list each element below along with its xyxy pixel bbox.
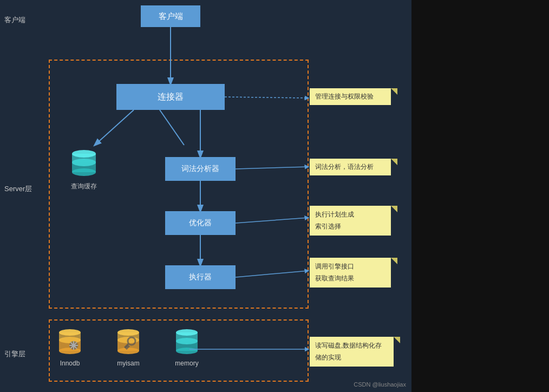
query-cache: 查询缓存 — [68, 146, 100, 191]
svg-point-4 — [72, 150, 96, 158]
engine-myisam: myisam — [113, 325, 144, 367]
right-panel — [411, 0, 549, 392]
engine-layer-label: 引擎层 — [4, 349, 25, 359]
memory-icon — [171, 325, 202, 356]
innodb-icon — [54, 325, 86, 356]
optimizer-box: 优化器 — [165, 211, 236, 235]
query-cache-label: 查询缓存 — [71, 182, 97, 191]
main-diagram: 客户端 Server层 引擎层 客户端 连接器 词法分析器 优化器 执行器 查询… — [0, 0, 411, 392]
svg-point-9 — [59, 329, 81, 336]
lexer-box: 词法分析器 — [165, 157, 236, 181]
annotation-lexer: 词法分析，语法分析 — [310, 159, 391, 175]
connector-box: 连接器 — [116, 84, 225, 110]
client-box: 客户端 — [141, 5, 200, 27]
engine-icons-row: Innodb myisam — [54, 325, 202, 367]
svg-point-20 — [117, 329, 139, 336]
engine-innodb: Innodb — [54, 325, 86, 367]
annotation-connector: 管理连接与权限校验 — [310, 88, 391, 105]
myisam-icon — [113, 325, 144, 356]
executor-box: 执行器 — [165, 265, 236, 289]
innodb-label: Innodb — [60, 360, 80, 367]
memory-label: memory — [175, 360, 198, 367]
annotation-optimizer: 执行计划生成索引选择 — [310, 206, 391, 236]
annotation-executor: 调用引擎接口获取查询结果 — [310, 258, 391, 288]
myisam-label: myisam — [117, 360, 139, 367]
svg-point-27 — [176, 329, 198, 336]
server-layer-label: Server层 — [4, 184, 32, 194]
watermark: CSDN @liushaojiax — [354, 381, 406, 388]
annotation-engine: 读写磁盘,数据结构化存储的实现 — [310, 337, 394, 367]
client-layer-label: 客户端 — [4, 15, 25, 25]
query-cache-icon — [68, 146, 100, 179]
engine-memory: memory — [171, 325, 202, 367]
